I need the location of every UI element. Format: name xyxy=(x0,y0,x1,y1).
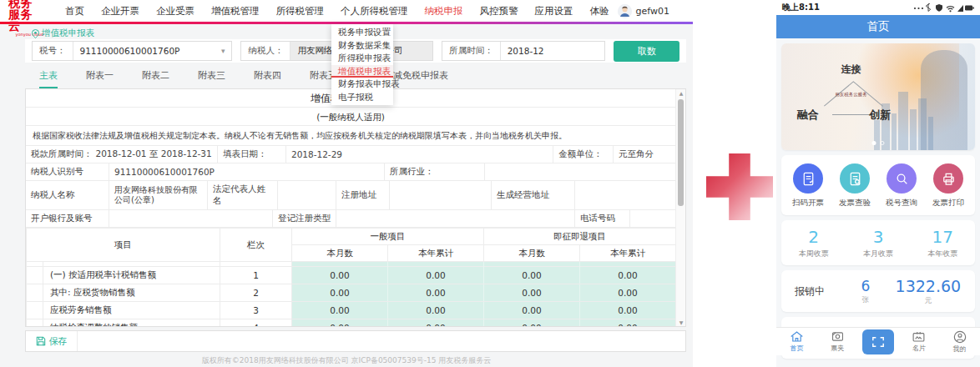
bank-value xyxy=(109,210,273,227)
action-invoice-print[interactable]: 发票打印 xyxy=(925,163,972,209)
dropdown-item-income-tax-return[interactable]: 所得税申报表 xyxy=(331,52,393,65)
scroll-down-arrow-icon[interactable]: ▼ xyxy=(676,319,686,325)
value-cell[interactable]: 0.00 xyxy=(580,302,676,319)
banner-keyword-connect: 连接 xyxy=(841,63,861,77)
scroll-up-arrow-icon[interactable]: ▲ xyxy=(676,90,686,96)
phone-label: 电话号码 xyxy=(575,210,630,227)
nav-item-personal-tax[interactable]: 个人所得税管理 xyxy=(341,5,408,18)
nav-item-experience[interactable]: 体验 xyxy=(590,5,609,18)
reimbursing-card[interactable]: 报销中 6 张 1322.60 元 xyxy=(781,270,975,312)
col-header-ytd-1: 本年累计 xyxy=(388,245,484,262)
action-scan-invoice[interactable]: 扫码开票 xyxy=(785,163,831,209)
table-row: 应税劳务销售额 3 0.00 0.00 0.00 0.00 xyxy=(27,302,676,319)
dropdown-item-finance-data[interactable]: 财务数据采集 xyxy=(331,39,393,53)
amount-unit: 元 xyxy=(890,296,967,306)
dropdown-item-filing-settings[interactable]: 税务申报设置 xyxy=(331,26,393,39)
copyright-footer: 版权所有©2018用友网络科技股份有限公司 京ICP备05007539号-15 … xyxy=(0,355,693,366)
nav-item-invoicing[interactable]: 企业开票 xyxy=(101,5,139,18)
save-disk-icon xyxy=(36,336,46,346)
tax-no-select[interactable]: 91110000610001760P ▾ xyxy=(73,42,232,60)
dropdown-item-financial-statements[interactable]: 财务报表申报表 xyxy=(331,78,393,91)
value-cell[interactable]: 0.00 xyxy=(388,302,484,319)
tax-no-value: 91110000610001760P xyxy=(80,46,180,56)
col-header-ytd-2: 本年累计 xyxy=(580,245,676,262)
tab-invoice-wallet[interactable]: 票夹 xyxy=(817,330,858,353)
breadcrumb: 增值税申报表 xyxy=(32,28,94,39)
nav-item-settings[interactable]: 应用设置 xyxy=(535,5,573,18)
value-cell[interactable]: 0.00 xyxy=(388,284,484,302)
quick-actions-card: 扫码开票 发票查验 税号查询 发票打印 xyxy=(781,155,975,215)
tab-business-card[interactable]: 名片 xyxy=(898,330,939,353)
stat-month[interactable]: 3 本月收票 xyxy=(846,227,910,259)
legal-rep-label: 法定代表人姓名 xyxy=(208,181,278,209)
tab-label: 名片 xyxy=(912,344,926,353)
fill-date-label: 填表日期： xyxy=(218,146,286,163)
tab-schedule-4[interactable]: 附表四 xyxy=(254,67,281,87)
value-cell[interactable]: 0.00 xyxy=(388,319,484,328)
nav-item-home[interactable]: 首页 xyxy=(65,5,84,18)
chevron-down-icon: ▾ xyxy=(210,47,225,55)
scrollbar-thumb[interactable] xyxy=(678,99,684,206)
carousel-dot-active[interactable] xyxy=(872,141,876,145)
fill-date-value: 2018-12-29 xyxy=(286,146,553,163)
carousel-dot[interactable] xyxy=(881,141,885,145)
tax-no-label: 税号： xyxy=(33,42,73,60)
value-cell[interactable]: 0.00 xyxy=(580,319,676,328)
dropdown-item-e-filing[interactable]: 电子报税 xyxy=(331,91,393,104)
nav-item-tax-filing[interactable]: 纳税申报 xyxy=(425,5,463,18)
row-label: 纳税检查调整的销售额 xyxy=(43,319,220,328)
value-cell[interactable]: 0.00 xyxy=(292,284,388,302)
save-button[interactable]: 保存 xyxy=(26,331,78,351)
scan-button[interactable] xyxy=(862,329,894,354)
scan-frame-icon xyxy=(871,335,886,349)
stat-week[interactable]: 2 本周收票 xyxy=(781,227,846,259)
user-account[interactable]: gefw01 xyxy=(618,4,669,18)
value-cell[interactable]: 0.00 xyxy=(484,319,580,328)
tab-schedule-3[interactable]: 附表三 xyxy=(198,67,225,87)
value-cell[interactable]: 0.00 xyxy=(292,319,388,328)
biz-addr-value xyxy=(575,181,675,209)
wallet-icon xyxy=(831,330,845,343)
tab-home[interactable]: 首页 xyxy=(776,330,817,353)
vertical-scrollbar[interactable]: ▲ ▼ xyxy=(675,89,685,326)
value-cell[interactable]: 0.00 xyxy=(292,302,388,319)
tab-schedule-1[interactable]: 附表一 xyxy=(86,67,114,87)
value-cell[interactable]: 0.00 xyxy=(484,267,580,284)
location-pin-icon xyxy=(32,29,39,38)
stat-year[interactable]: 17 本年收票 xyxy=(911,227,975,259)
action-invoice-check[interactable]: 发票查验 xyxy=(831,163,878,209)
nav-item-receiving[interactable]: 企业受票 xyxy=(156,5,194,18)
dropdown-item-vat-return[interactable]: 增值税申报表 xyxy=(331,65,393,78)
tab-main-sheet[interactable]: 主表 xyxy=(39,67,58,88)
value-cell[interactable]: 0.00 xyxy=(388,267,484,284)
reg-addr-value xyxy=(390,181,492,209)
stat-label: 本月收票 xyxy=(846,249,910,259)
banner-carousel[interactable]: 连接 用友税务云服务 融合 创新 xyxy=(781,43,975,150)
nav-item-vat[interactable]: 增值税管理 xyxy=(211,5,260,18)
tab-label: 首页 xyxy=(790,344,803,353)
nav-item-income-tax[interactable]: 所得税管理 xyxy=(276,5,325,18)
value-cell[interactable]: 0.00 xyxy=(580,284,676,302)
row-column-no: 3 xyxy=(220,302,292,319)
reimbursing-amount: 1322.60 元 xyxy=(890,277,967,306)
fetch-data-button[interactable]: 取数 xyxy=(614,41,679,62)
plus-sign xyxy=(706,153,773,220)
table-row: 其中: 应税货物销售额 2 0.00 0.00 0.00 0.00 xyxy=(27,284,676,302)
invoice-stats-card: 2 本周收票 3 本月收票 17 本年收票 xyxy=(781,220,975,265)
value-cell[interactable]: 0.00 xyxy=(580,267,676,284)
nav-item-risk-alert[interactable]: 风控预警 xyxy=(480,5,518,18)
banner-keyword-merge: 融合 xyxy=(797,108,819,123)
count-value: 6 xyxy=(841,278,890,294)
tab-scan[interactable] xyxy=(858,329,899,354)
tax-no-field: 税号： 91110000610001760P ▾ xyxy=(32,41,232,61)
period-input[interactable]: 2018-12 xyxy=(501,42,605,60)
shield-icon xyxy=(936,4,942,12)
info-row-period: 税款所属时间： 2018-12-01 至 2018-12-31 填表日期： 20… xyxy=(26,146,675,163)
value-cell[interactable]: 0.00 xyxy=(292,267,388,284)
tab-profile[interactable]: 我的 xyxy=(939,330,980,354)
value-cell[interactable]: 0.00 xyxy=(484,302,580,319)
action-tax-no-query[interactable]: 税号查询 xyxy=(878,163,925,209)
value-cell[interactable]: 0.00 xyxy=(484,284,580,302)
signal-icon xyxy=(957,5,963,12)
tab-schedule-2[interactable]: 附表二 xyxy=(142,67,169,87)
